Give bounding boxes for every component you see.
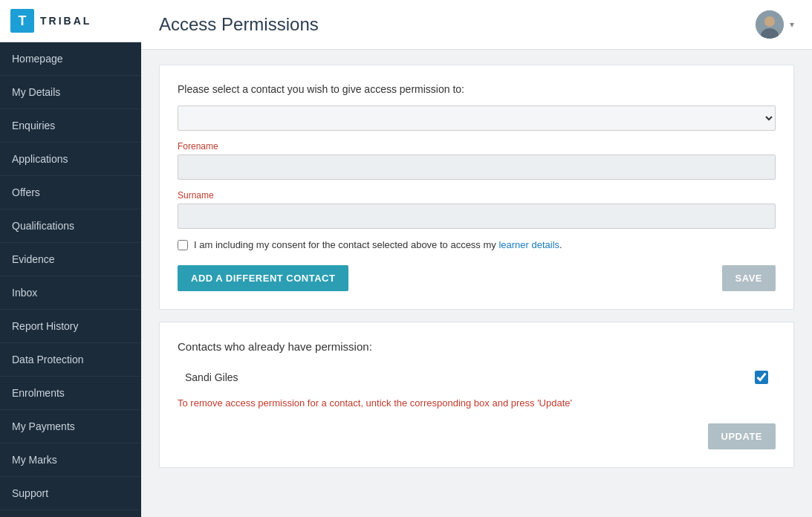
add-different-contact-button[interactable]: ADD A DIFFERENT CONTACT [178, 265, 348, 291]
sidebar-item-timetable[interactable]: Timetable [0, 510, 141, 517]
sidebar-item-my-marks[interactable]: My Marks [0, 443, 141, 477]
forename-input [178, 155, 776, 180]
logo-text: TRIBAL [40, 15, 91, 27]
update-button[interactable]: UPDATE [708, 423, 776, 449]
contacts-footer: UPDATE [178, 423, 776, 449]
logo-icon: T [10, 9, 34, 33]
sidebar-item-support[interactable]: Support [0, 477, 141, 510]
sidebar-item-data-protection[interactable]: Data Protection [0, 343, 141, 377]
sidebar-item-enrolments[interactable]: Enrolments [0, 377, 141, 410]
sidebar: T TRIBAL HomepageMy DetailsEnquiriesAppl… [0, 0, 141, 517]
form-instruction: Please select a contact you wish to give… [178, 83, 776, 95]
learner-details-link[interactable]: learner details [498, 239, 559, 250]
save-button[interactable]: SAVE [722, 265, 776, 291]
logo: T TRIBAL [0, 0, 141, 42]
contact-select[interactable] [178, 105, 776, 131]
sidebar-nav: HomepageMy DetailsEnquiriesApplicationsO… [0, 42, 141, 517]
consent-label: I am including my consent for the contac… [194, 239, 562, 250]
contacts-heading: Contacts who already have permission: [178, 340, 776, 353]
sidebar-item-offers[interactable]: Offers [0, 176, 141, 209]
svg-point-1 [764, 16, 775, 27]
form-button-row: ADD A DIFFERENT CONTACT SAVE [178, 265, 776, 291]
header: Access Permissions ▾ [141, 0, 812, 50]
sidebar-item-applications[interactable]: Applications [0, 143, 141, 176]
contacts-list: Sandi Giles [178, 365, 776, 390]
page-title: Access Permissions [159, 14, 319, 35]
sidebar-item-my-details[interactable]: My Details [0, 76, 141, 109]
sidebar-item-enquiries[interactable]: Enquiries [0, 109, 141, 143]
main-content: Access Permissions ▾ Please select a con… [141, 0, 812, 517]
contacts-card: Contacts who already have permission: Sa… [159, 322, 794, 468]
consent-checkbox[interactable] [178, 240, 188, 250]
user-dropdown-arrow[interactable]: ▾ [790, 19, 794, 30]
remove-warning: To remove access permission for a contac… [178, 397, 776, 409]
surname-input [178, 204, 776, 229]
surname-group: Surname [178, 190, 776, 229]
sidebar-item-evidence[interactable]: Evidence [0, 243, 141, 276]
forename-group: Forename [178, 141, 776, 180]
sidebar-item-inbox[interactable]: Inbox [0, 276, 141, 310]
consent-row: I am including my consent for the contac… [178, 239, 776, 250]
user-menu[interactable]: ▾ [756, 10, 794, 39]
sidebar-item-qualifications[interactable]: Qualifications [0, 209, 141, 243]
avatar[interactable] [756, 10, 784, 39]
avatar-image [756, 10, 784, 39]
contact-select-group [178, 105, 776, 131]
sidebar-item-report-history[interactable]: Report History [0, 310, 141, 343]
surname-label: Surname [178, 190, 776, 201]
sidebar-item-my-payments[interactable]: My Payments [0, 410, 141, 443]
content-area: Please select a contact you wish to give… [141, 50, 812, 483]
sidebar-item-homepage[interactable]: Homepage [0, 42, 141, 76]
access-permission-card: Please select a contact you wish to give… [159, 65, 794, 310]
contact-name: Sandi Giles [185, 371, 755, 383]
contact-list-item: Sandi Giles [178, 365, 776, 390]
contact-permission-checkbox[interactable] [755, 371, 768, 384]
forename-label: Forename [178, 141, 776, 152]
